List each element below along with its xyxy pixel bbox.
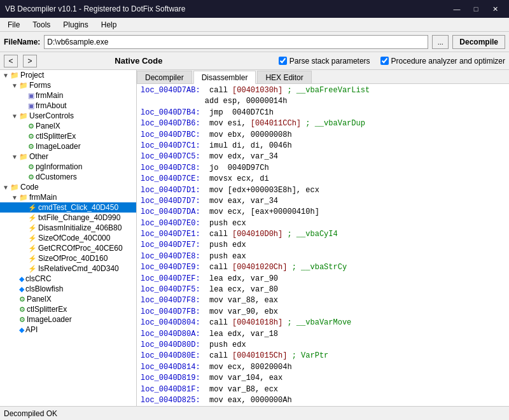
code-line: loc_0040D81F: mov var_B8, ecx: [139, 384, 506, 395]
expander-icon[interactable]: ▼: [10, 113, 19, 120]
tree-item-label: SizeOfProc_40D160: [38, 254, 108, 263]
tree-item-panelx[interactable]: ⚙ PanelX: [0, 121, 136, 131]
tab-decompiler[interactable]: Decompiler: [137, 71, 192, 83]
control-icon: ⚙: [19, 316, 25, 324]
control-icon: ⚙: [19, 305, 25, 314]
code-line: loc_0040D7D7: mov eax, var_34: [139, 196, 506, 207]
tree-item-forms[interactable]: ▼📁 Forms: [0, 80, 136, 90]
tree-item-disasm[interactable]: ⚡ DisasmInitialize_406B80: [0, 223, 136, 233]
parse-stack-check[interactable]: Parse stack parameters: [279, 57, 370, 66]
titlebar-title: VB Decompiler v10.1 - Registered to DotF…: [5, 4, 185, 13]
expander-icon[interactable]: ▼: [10, 194, 19, 201]
procedure-analyzer-check[interactable]: Procedure analyzer and optimizer: [380, 57, 505, 66]
control-icon: ⚙: [28, 173, 34, 181]
tree-item-txtfile[interactable]: ⚡ txtFile_Change_40D990: [0, 213, 136, 223]
main-content: ▼📁 Project▼📁 Forms▣ frmMain▣ frmAbout▼📁 …: [0, 70, 509, 406]
code-line: loc_0040D7AB: call [00401030h] ; __vbaFr…: [139, 85, 506, 96]
titlebar: VB Decompiler v10.1 - Registered to DotF…: [0, 0, 509, 18]
code-line: loc_0040D7CE: movsx ecx, di: [139, 174, 506, 185]
expander-icon[interactable]: ▼: [1, 72, 10, 79]
tree-item-project[interactable]: ▼📁 Project: [0, 70, 136, 80]
tree-item-label: txtFile_Change_40D990: [38, 213, 120, 222]
browse-button[interactable]: ...: [432, 35, 449, 49]
tree-item-label: Forms: [29, 81, 51, 90]
tree-item-imageloader[interactable]: ⚙ ImageLoader: [0, 141, 136, 151]
root-icon: 📁: [10, 71, 19, 80]
tree-item-label: pgInformation: [36, 162, 82, 171]
tree-item-label: UserControls: [29, 111, 74, 120]
tree-item-label: GetCRCOfProc_40CE60: [38, 244, 123, 253]
code-line: loc_0040D7EF: lea edx, var_90: [139, 274, 506, 284]
tree-item-label: API: [25, 325, 38, 334]
decompile-button[interactable]: Decompile: [452, 35, 505, 49]
code-line: loc_0040D80A: lea edx, var_18: [139, 329, 506, 340]
form-icon: ▣: [28, 102, 34, 110]
tab-bar: DecompilerDisassemblerHEX Editor: [137, 70, 509, 84]
folder-icon: 📁: [19, 153, 28, 161]
tree-item-isrelative[interactable]: ⚡ IsRelativeCmd_40D340: [0, 263, 136, 274]
class-icon: ◆: [19, 326, 24, 334]
tree-item-other[interactable]: ▼📁 Other: [0, 151, 136, 162]
close-button[interactable]: ✕: [486, 3, 504, 15]
code-line: loc_0040D7C5: mov edx, var_34: [139, 151, 506, 162]
tree-item-frmmain2[interactable]: ▼📁 frmMain: [0, 192, 136, 202]
filename-input[interactable]: [44, 35, 428, 49]
tree-panel[interactable]: ▼📁 Project▼📁 Forms▣ frmMain▣ frmAbout▼📁 …: [0, 70, 137, 406]
menu-item-plugins[interactable]: Plugins: [58, 19, 93, 31]
func-icon: ⚡: [28, 255, 37, 263]
code-area[interactable]: loc_0040D7AB: call [00401030h] ; __vbaFr…: [137, 84, 509, 406]
code-line: loc_0040D814: mov ecx, 80020004h: [139, 362, 506, 373]
tree-item-clscrc[interactable]: ◆ clsCRC: [0, 274, 136, 284]
tree-item-label: DisasmInitialize_406B80: [38, 223, 122, 232]
code-line: loc_0040D80E: call [00401015Ch] ; VarPtr: [139, 351, 506, 361]
code-line: loc_0040D7C1: imul di, di, 0046h: [139, 141, 506, 151]
tree-item-clsblowfish[interactable]: ◆ clsBlowfish: [0, 284, 136, 294]
minimize-button[interactable]: —: [448, 3, 466, 15]
maximize-button[interactable]: □: [467, 3, 485, 15]
tree-item-dcustomers[interactable]: ⚙ dCustomers: [0, 172, 136, 182]
tree-item-sizeofcode[interactable]: ⚡ SizeOfCode_40C000: [0, 233, 136, 243]
tree-item-sizeofproc[interactable]: ⚡ SizeOfProc_40D160: [0, 253, 136, 263]
tree-item-code[interactable]: ▼📁 Code: [0, 182, 136, 192]
control-icon: ⚙: [28, 143, 34, 151]
code-line: loc_0040D7D1: mov [edx+000003E8h], ecx: [139, 185, 506, 196]
root-icon: 📁: [10, 183, 19, 192]
tab-hexeditor[interactable]: HEX Editor: [257, 71, 311, 83]
func-icon: ⚡: [28, 204, 37, 212]
menu-item-file[interactable]: File: [3, 19, 25, 31]
menubar: FileToolsPluginsHelp: [0, 18, 509, 32]
code-line: loc_0040D804: call [00401018h] ; __vbaVa…: [139, 318, 506, 328]
code-line: loc_0040D7E0: push ecx: [139, 218, 506, 229]
tree-item-label: SizeOfCode_40C000: [38, 234, 110, 242]
tree-item-ctlsplitter2[interactable]: ⚙ ctlSplitterEx: [0, 304, 136, 314]
tree-item-frmAbout[interactable]: ▣ frmAbout: [0, 101, 136, 111]
tree-item-panelx2[interactable]: ⚙ PanelX: [0, 294, 136, 304]
tree-item-api[interactable]: ◆ API: [0, 325, 136, 335]
tree-item-label: clsBlowfish: [25, 284, 63, 293]
code-line: loc_0040D7E8: push eax: [139, 251, 506, 262]
tree-item-getcrcof[interactable]: ⚡ GetCRCOfProc_40CE60: [0, 243, 136, 253]
code-line: loc_0040D7C8: jo 0040D97Ch: [139, 163, 506, 174]
expander-icon[interactable]: ▼: [10, 153, 19, 160]
tree-item-label: Project: [20, 71, 44, 80]
statusbar: Decompiled OK: [0, 406, 509, 420]
menu-item-help[interactable]: Help: [96, 19, 122, 31]
tree-item-label: frmAbout: [36, 101, 67, 110]
expander-icon[interactable]: ▼: [10, 82, 19, 89]
parse-stack-checkbox[interactable]: [279, 57, 287, 65]
tree-item-ctlsplitterex[interactable]: ⚙ ctlSplitterEx: [0, 131, 136, 141]
expander-icon[interactable]: ▼: [1, 184, 10, 191]
code-line: loc_0040D7F8: mov var_88, eax: [139, 295, 506, 306]
procedure-analyzer-checkbox[interactable]: [380, 57, 389, 65]
code-line: loc_0040D7E7: push edx: [139, 240, 506, 251]
tree-item-imageloader2[interactable]: ⚙ ImageLoader: [0, 314, 136, 325]
tree-item-cmdtest[interactable]: ⚡ cmdTest_Click_40D450: [0, 202, 136, 213]
tree-item-label: PanelX: [27, 295, 52, 304]
tree-item-pginformation[interactable]: ⚙ pgInformation: [0, 162, 136, 172]
menu-item-tools[interactable]: Tools: [27, 19, 55, 31]
tab-disassembler[interactable]: Disassembler: [193, 71, 256, 84]
code-line: loc_0040D7FB: mov var_90, ebx: [139, 307, 506, 318]
tree-item-usercontrols[interactable]: ▼📁 UserControls: [0, 111, 136, 121]
code-line: loc_0040D825: mov eax, 0000000Ah: [139, 395, 506, 406]
tree-item-frmMain[interactable]: ▣ frmMain: [0, 90, 136, 101]
